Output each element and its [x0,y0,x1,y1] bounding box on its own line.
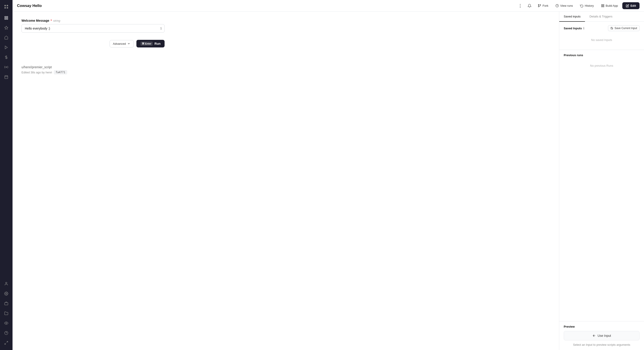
commit-badge: fa4771 [54,70,67,74]
tab-details-triggers-label: Details & Triggers [590,15,612,18]
svg-rect-0 [5,16,6,18]
arrow-left-icon [592,334,596,337]
fork-icon [538,4,541,8]
app-logo[interactable] [2,3,10,11]
edit-button[interactable]: Edit [622,2,640,9]
svg-rect-2 [5,18,6,20]
field-required: * [50,19,52,22]
sidebar-item-folder[interactable] [2,309,11,318]
no-previous-runs: No previous Runs [564,60,640,72]
sidebar-item-user[interactable] [2,279,11,288]
input-wrapper: $ [22,24,164,33]
enter-label: Enter [145,42,152,45]
saved-inputs-section: Saved Inputs ℹ Save Current Input No sav… [559,22,644,50]
no-saved-inputs: No saved Inputs [564,34,640,46]
previous-runs-title-text: Previous runs [564,54,583,57]
svg-marker-4 [5,26,8,29]
actions-row: Advanced ⌘ Enter Run [22,40,164,48]
previous-runs-title: Previous runs [564,54,640,57]
sidebar-item-dashboard[interactable] [2,33,11,42]
field-label: Welcome Message* string [22,19,550,22]
use-input-label: Use Input [598,334,611,337]
script-path: u/henri/premier_script [22,65,550,69]
saved-inputs-header: Saved Inputs ℹ Save Current Input [564,25,640,31]
svg-marker-5 [5,46,8,49]
svg-rect-8 [5,76,8,79]
svg-point-22 [538,6,539,7]
fork-label: Fork [542,4,548,8]
preview-section: Preview Use Input Select an Input to pre… [559,321,644,350]
sidebar-item-billing[interactable] [2,53,11,62]
svg-rect-27 [601,6,602,7]
previous-runs-section: Previous runs No previous Runs [559,50,644,321]
sidebar-item-help[interactable] [2,328,11,337]
edit-label: Edit [630,4,636,8]
saved-inputs-title-text: Saved Inputs [564,27,582,30]
advanced-label: Advanced [113,42,126,46]
topbar-actions: ⋮ Fork View runs History Build App [516,2,640,10]
welcome-message-input[interactable] [22,24,164,33]
dollar-icon: $ [160,27,162,30]
svg-line-19 [5,343,6,344]
svg-line-18 [7,341,8,342]
run-keyboard-shortcut: ⌘ Enter [140,42,153,46]
main-content: Welcome Message* string $ Advanced ⌘ Ent… [12,12,559,350]
cmd-icon: ⌘ [142,42,144,45]
save-current-input-label: Save Current Input [614,27,637,30]
build-app-label: Build App [606,4,618,8]
fork-button[interactable]: Fork [535,3,551,9]
run-label: Run [154,42,160,46]
svg-rect-28 [603,6,604,7]
notifications-button[interactable] [526,2,533,10]
panel-tabs: Saved inputs Details & Triggers [559,12,644,22]
sidebar-item-eye[interactable] [2,319,11,328]
more-options-button[interactable]: ⋮ [516,2,524,10]
run-button[interactable]: ⌘ Enter Run [136,40,164,48]
bell-icon [528,4,532,8]
view-runs-button[interactable]: View runs [553,3,576,9]
save-icon [610,27,613,30]
svg-rect-25 [601,5,602,5]
tab-saved-inputs[interactable]: Saved inputs [559,12,585,22]
topbar: Cowsay Hello ⋮ Fork View runs History [12,0,644,12]
sidebar-item-play[interactable] [2,43,11,52]
svg-point-21 [540,5,541,5]
edit-icon [626,4,629,8]
sidebar-item-calendar[interactable] [2,73,11,82]
svg-point-15 [6,323,7,324]
page-title: Cowsay Hello [17,4,514,8]
use-input-button[interactable]: Use Input [564,331,640,340]
tab-saved-inputs-label: Saved inputs [564,15,580,18]
field-type: string [53,19,60,22]
preview-hint: Select an Input to preview scripts argum… [564,343,640,346]
sidebar-item-apps[interactable] [2,63,11,72]
more-icon: ⋮ [518,3,522,8]
history-icon [580,4,584,8]
script-meta: Edited 38s ago by henri fa4771 [22,70,550,74]
panel-body: Saved Inputs ℹ Save Current Input No sav… [559,22,644,350]
history-label: History [585,4,594,8]
preview-title: Preview [564,325,640,328]
view-runs-icon [556,4,559,8]
script-edited-text: Edited 38s ago by henri [22,71,52,74]
right-panel: Saved inputs Details & Triggers Saved In… [559,12,644,350]
history-button[interactable]: History [577,3,596,9]
advanced-button[interactable]: Advanced [110,40,134,48]
svg-rect-14 [5,302,8,305]
svg-rect-1 [7,16,8,18]
sidebar-item-star[interactable] [2,23,11,32]
sidebar-item-expand[interactable] [2,338,11,347]
sidebar-item-integrations[interactable] [2,299,11,308]
svg-point-12 [6,282,7,283]
saved-inputs-title: Saved Inputs ℹ [564,27,584,30]
sidebar-item-settings[interactable] [2,289,11,298]
script-info: u/henri/premier_script Edited 38s ago by… [22,65,550,74]
main-wrapper: Cowsay Hello ⋮ Fork View runs History [12,0,644,350]
tab-details-triggers[interactable]: Details & Triggers [585,12,617,22]
build-app-icon [601,4,604,8]
save-current-input-button[interactable]: Save Current Input [608,25,640,31]
build-app-button[interactable]: Build App [598,3,621,9]
sidebar [0,0,12,350]
info-icon[interactable]: ℹ [583,27,584,30]
sidebar-item-home[interactable] [2,14,11,22]
